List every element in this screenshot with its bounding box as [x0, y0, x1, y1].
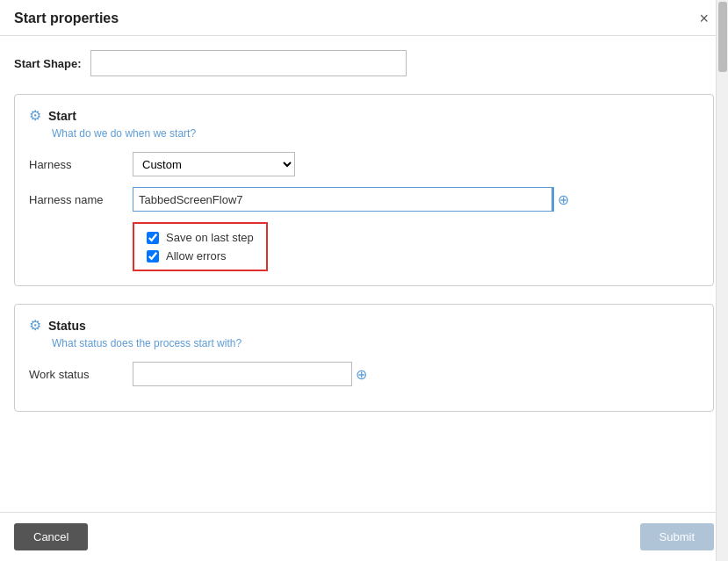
- dialog-footer: Cancel Submit: [0, 512, 728, 561]
- harness-label: Harness: [29, 158, 126, 171]
- harness-name-input[interactable]: [133, 187, 554, 212]
- allow-errors-row: Allow errors: [147, 249, 254, 263]
- harness-row: Harness Custom Default None: [29, 152, 699, 176]
- harness-select[interactable]: Custom Default None: [133, 152, 295, 176]
- start-section-title: Start: [48, 109, 76, 123]
- allow-errors-label[interactable]: Allow errors: [166, 249, 227, 263]
- start-gear-icon: ⚙: [29, 107, 41, 124]
- submit-button[interactable]: Submit: [640, 523, 714, 550]
- save-on-last-step-checkbox[interactable]: [147, 232, 159, 244]
- start-section-header: ⚙ Start: [29, 107, 699, 124]
- close-button[interactable]: ×: [694, 9, 714, 28]
- start-shape-row: Start Shape:: [14, 50, 714, 76]
- status-section-header: ⚙ Status: [29, 317, 699, 334]
- work-status-wrapper: ⊕: [133, 362, 699, 386]
- work-status-label: Work status: [29, 368, 126, 381]
- harness-name-wrapper: ⊕: [133, 187, 699, 212]
- work-status-target-icon[interactable]: ⊕: [356, 366, 367, 383]
- work-status-input[interactable]: [133, 362, 352, 386]
- status-section-title: Status: [48, 319, 86, 333]
- start-section-card: ⚙ Start What do we do when we start? Har…: [14, 94, 714, 286]
- start-properties-dialog: Start properties × Start Shape: ⚙ Start …: [0, 0, 728, 561]
- dialog-title: Start properties: [14, 11, 119, 26]
- work-status-row: Work status ⊕: [29, 362, 699, 386]
- checkboxes-area: Save on last step Allow errors: [133, 222, 268, 271]
- harness-name-row: Harness name ⊕: [29, 187, 699, 212]
- harness-name-label: Harness name: [29, 193, 126, 206]
- allow-errors-checkbox[interactable]: [147, 250, 159, 263]
- save-on-last-step-label[interactable]: Save on last step: [166, 231, 254, 244]
- status-section-card: ⚙ Status What status does the process st…: [14, 304, 714, 412]
- cancel-button[interactable]: Cancel: [14, 523, 88, 550]
- status-section-subtitle: What status does the process start with?: [52, 337, 699, 349]
- target-icon[interactable]: ⊕: [558, 191, 569, 208]
- dialog-body: Start Shape: ⚙ Start What do we do when …: [0, 36, 728, 512]
- status-gear-icon: ⚙: [29, 317, 41, 334]
- start-shape-label: Start Shape:: [14, 57, 82, 70]
- dialog-header: Start properties ×: [0, 0, 728, 36]
- start-shape-input[interactable]: [90, 50, 407, 76]
- start-section-subtitle: What do we do when we start?: [52, 127, 699, 140]
- save-on-last-step-row: Save on last step: [147, 231, 254, 244]
- scrollbar-thumb[interactable]: [718, 2, 727, 72]
- scrollbar-track[interactable]: [716, 0, 728, 561]
